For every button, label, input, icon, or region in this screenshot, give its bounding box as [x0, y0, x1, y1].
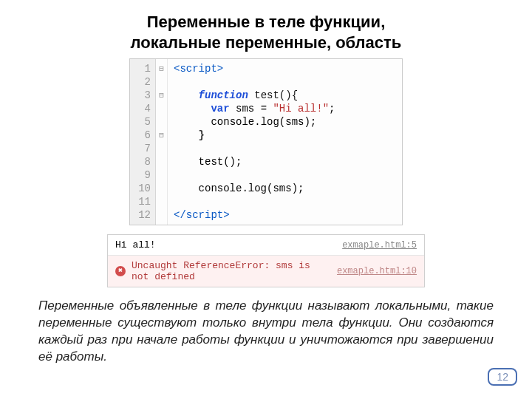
code-line-3: function test(){	[174, 89, 396, 102]
code-line-11	[174, 195, 396, 208]
slide-title: Переменные в теле функции, локальные пер…	[0, 0, 532, 58]
line-number: 12	[136, 208, 151, 222]
line-number: 6	[136, 129, 151, 142]
fold-marker	[156, 168, 167, 182]
code-line-6: }	[174, 129, 396, 142]
fold-marker	[156, 195, 167, 208]
line-number: 8	[136, 155, 151, 168]
title-line-1: Переменные в теле функции,	[30, 12, 502, 33]
code-line-5: console.log(sms);	[174, 115, 396, 129]
keyword-var: var	[211, 103, 229, 115]
console-output: Hi all! exmaple.html:5 ✖ Uncaught Refere…	[107, 234, 425, 287]
code-line-9	[174, 168, 396, 182]
line-number: 1	[136, 62, 151, 75]
var-assign: sms =	[230, 103, 273, 115]
line-number: 9	[136, 168, 151, 182]
fold-marker	[156, 75, 167, 89]
code-line-10: console.log(sms);	[174, 182, 396, 195]
description-paragraph: Переменные объявленные в теле функции на…	[0, 298, 532, 366]
semicolon: ;	[329, 103, 335, 115]
keyword-function: function	[199, 89, 248, 101]
line-number: 11	[136, 195, 151, 208]
fold-marker: ⊟	[156, 62, 167, 75]
console-row-error: ✖ Uncaught ReferenceError: sms is not de…	[108, 256, 424, 287]
console-row-log: Hi all! exmaple.html:5	[108, 235, 424, 256]
code-line-1: <script>	[174, 62, 396, 75]
fold-marker	[156, 115, 167, 129]
code-line-8: test();	[174, 155, 396, 168]
line-number: 10	[136, 182, 151, 195]
close-brace: }	[199, 129, 205, 141]
title-line-2: локальные переменные, область	[30, 33, 502, 53]
console-error-message: Uncaught ReferenceError: sms is not defi…	[132, 260, 331, 282]
line-number: 4	[136, 102, 151, 115]
fold-marker	[156, 142, 167, 155]
script-open-tag: <script>	[174, 63, 223, 75]
fold-marker: ⊟	[156, 89, 167, 102]
fold-marker	[156, 208, 167, 222]
fold-marker	[156, 102, 167, 115]
fold-marker	[156, 182, 167, 195]
console-source: exmaple.html:10	[337, 266, 417, 276]
line-number: 2	[136, 75, 151, 89]
page-number-badge: 12	[488, 368, 517, 386]
error-icon: ✖	[115, 266, 126, 276]
string-literal: "Hi all!"	[273, 103, 329, 115]
fold-gutter: ⊟ ⊟ ⊟	[156, 59, 168, 225]
console-log-call: console.log(sms);	[199, 183, 304, 194]
console-source: exmaple.html:5	[342, 240, 417, 250]
line-number: 7	[136, 142, 151, 155]
line-number-gutter: 1 2 3 4 5 6 7 8 9 10 11 12	[130, 59, 156, 225]
code-line-4: var sms = "Hi all!";	[174, 102, 396, 115]
line-number: 3	[136, 89, 151, 102]
script-close-tag: </script>	[174, 209, 230, 221]
console-message: Hi all!	[115, 239, 336, 250]
fold-marker	[156, 155, 167, 168]
code-line-2	[174, 75, 396, 89]
code-line-12: </script>	[174, 208, 396, 222]
code-block: 1 2 3 4 5 6 7 8 9 10 11 12 ⊟ ⊟ ⊟ <script…	[129, 58, 403, 225]
fold-marker: ⊟	[156, 129, 167, 142]
function-call: test();	[199, 156, 242, 168]
code-line-7	[174, 142, 396, 155]
console-log-call: console.log(sms);	[211, 116, 316, 128]
line-number: 5	[136, 115, 151, 129]
code-content: <script> function test(){ var sms = "Hi …	[168, 59, 402, 225]
function-signature: test(){	[248, 89, 298, 101]
